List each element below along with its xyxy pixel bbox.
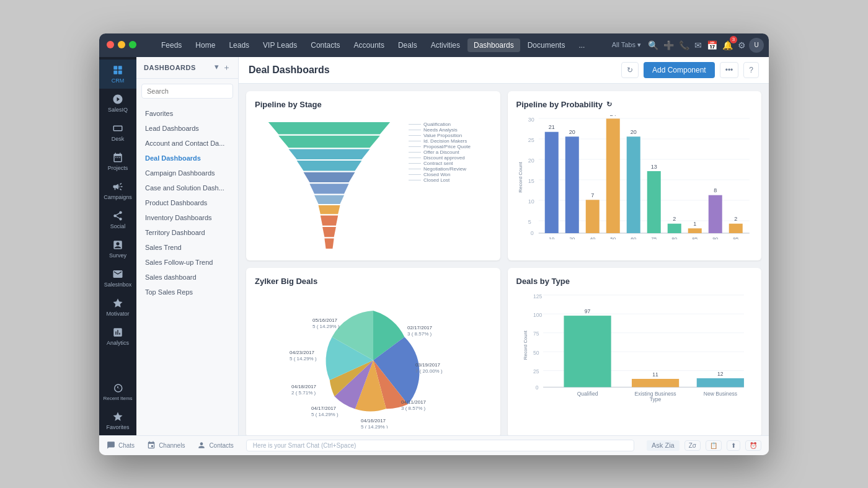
menu-territory[interactable]: Territory Dashboard — [136, 225, 238, 240]
svg-marker-4 — [268, 122, 390, 134]
menu-inventory[interactable]: Inventory Dashboards — [136, 210, 238, 225]
bottom-icon-1[interactable]: Zσ — [684, 440, 701, 451]
menu-case-solution[interactable]: Case and Solution Dash... — [136, 180, 238, 195]
bottom-icon-2[interactable]: 📋 — [706, 440, 722, 451]
svg-text:Qualified: Qualified — [577, 390, 598, 396]
nav-accounts[interactable]: Accounts — [348, 38, 391, 52]
menu-campaign[interactable]: Campaign Dashboards — [136, 166, 238, 180]
maximize-button[interactable] — [129, 41, 136, 48]
sidebar-item-social[interactable]: Social — [99, 205, 136, 234]
menu-follow-up[interactable]: Sales Follow-up Trend — [136, 255, 238, 270]
top-nav: Feeds Home Leads VIP Leads Contacts Acco… — [99, 33, 769, 57]
nav-feeds[interactable]: Feeds — [155, 38, 188, 52]
content-header: Deal Dashboards ↻ Add Component ••• ? — [239, 57, 769, 84]
svg-text:85: 85 — [692, 236, 698, 239]
nav-deals[interactable]: Deals — [392, 38, 423, 52]
sidebar-item-favorites[interactable]: Favorites — [99, 406, 136, 435]
add-dashboard-icon[interactable]: ＋ — [223, 62, 231, 73]
more-options-button[interactable]: ••• — [720, 62, 739, 78]
svg-text:Record Count: Record Count — [517, 161, 523, 192]
page-title: Deal Dashboards — [249, 64, 330, 76]
sidebar-item-motivator[interactable]: Motivator — [99, 293, 136, 322]
sidebar-item-desk[interactable]: Desk — [99, 118, 136, 147]
sidebar-item-recent[interactable]: Recent Items — [99, 378, 136, 406]
add-icon[interactable]: ➕ — [662, 38, 676, 52]
nav-activities[interactable]: Activities — [425, 38, 466, 52]
nav-home[interactable]: Home — [189, 38, 221, 52]
refresh-button[interactable]: ↻ — [621, 62, 639, 78]
svg-text:2 ( 5.71% ): 2 ( 5.71% ) — [291, 390, 316, 396]
deals-type-chart: 125 100 75 50 25 0 — [516, 292, 753, 416]
sidebar-item-survey[interactable]: Survey — [99, 234, 136, 264]
menu-sales-trend[interactable]: Sales Trend — [136, 240, 238, 255]
nav-alltabs[interactable]: All Tabs ▾ — [608, 40, 645, 50]
nav-more[interactable]: ... — [572, 38, 591, 52]
svg-marker-6 — [289, 149, 370, 159]
svg-text:75: 75 — [533, 331, 539, 337]
contacts-tab[interactable]: Contacts — [197, 441, 233, 450]
deals-by-type-title: Deals by Type — [516, 277, 753, 286]
minimize-button[interactable] — [118, 41, 125, 48]
search-icon[interactable]: 🔍 — [646, 38, 660, 52]
traffic-lights — [107, 41, 136, 48]
help-button[interactable]: ? — [743, 62, 759, 78]
pie-chart: 02/17/2017 3 ( 8.57% ) 03/19/2017 7 ( 20… — [280, 292, 466, 428]
zylker-big-deals-card: Zylker Big Deals — [246, 268, 500, 435]
sidebar-item-crm[interactable]: CRM — [99, 60, 136, 89]
menu-sales-dashboard[interactable]: Sales dashboard — [136, 270, 238, 285]
icon-sidebar: CRM SalesIQ Desk Projects Campaigns Soci… — [99, 57, 136, 435]
menu-product[interactable]: Product Dashboards — [136, 195, 238, 210]
nav-dashboards[interactable]: Dashboards — [467, 38, 520, 52]
nav-leads[interactable]: Leads — [223, 38, 255, 52]
svg-text:04/17/2017: 04/17/2017 — [311, 406, 337, 411]
svg-rect-89 — [564, 316, 611, 387]
svg-rect-41 — [667, 223, 681, 233]
notification-badge: 3 — [730, 36, 737, 43]
calendar-icon[interactable]: 📅 — [705, 38, 719, 52]
mail-icon[interactable]: ✉ — [693, 38, 704, 52]
sidebar-item-salesiq[interactable]: SalesIQ — [99, 89, 136, 118]
dashboard-grid: Pipeline by Stage — [239, 84, 769, 435]
dropdown-icon[interactable]: ▾ — [215, 62, 219, 73]
avatar[interactable]: U — [749, 38, 764, 53]
panel-header: DASHBOARDS ▾ ＋ — [136, 57, 238, 79]
sidebar-item-projects[interactable]: Projects — [99, 147, 136, 176]
add-component-button[interactable]: Add Component — [644, 62, 715, 78]
svg-text:2: 2 — [734, 216, 737, 222]
svg-rect-0 — [113, 66, 117, 69]
svg-marker-10 — [314, 195, 344, 203]
menu-lead-dashboards[interactable]: Lead Dashboards — [136, 121, 238, 136]
dashboard-search[interactable] — [141, 84, 233, 99]
svg-text:50: 50 — [610, 236, 616, 239]
bottom-icon-4[interactable]: ⏰ — [745, 440, 761, 451]
sidebar-label-campaigns: Campaigns — [104, 194, 132, 200]
settings-icon[interactable]: ⚙ — [736, 38, 748, 52]
sidebar-item-analytics[interactable]: Analytics — [99, 322, 136, 351]
nav-documents[interactable]: Documents — [521, 38, 572, 52]
svg-text:95: 95 — [733, 236, 738, 239]
refresh-icon[interactable]: ↻ — [606, 100, 612, 109]
ask-zia-button[interactable]: Ask Zia — [647, 440, 680, 451]
smart-chat-placeholder[interactable]: Here is your Smart Chat (Ctrl+Space) — [246, 440, 634, 451]
sidebar-item-campaigns[interactable]: Campaigns — [99, 176, 136, 205]
bottom-icon-3[interactable]: ⬆ — [727, 440, 740, 451]
nav-contacts[interactable]: Contacts — [304, 38, 346, 52]
menu-account-contact[interactable]: Account and Contact Da... — [136, 136, 238, 151]
nav-vip-leads[interactable]: VIP Leads — [257, 38, 303, 52]
svg-rect-45 — [708, 195, 722, 233]
channels-tab[interactable]: Channels — [147, 441, 185, 450]
svg-text:10: 10 — [549, 236, 554, 239]
svg-text:5: 5 — [528, 219, 531, 225]
svg-marker-13 — [322, 227, 336, 237]
menu-deal-dashboards[interactable]: Deal Dashboards — [136, 151, 238, 166]
close-button[interactable] — [107, 41, 114, 48]
svg-rect-35 — [606, 118, 619, 233]
sidebar-item-salesinbox[interactable]: SalesInbox — [99, 264, 136, 293]
chats-tab[interactable]: Chats — [107, 441, 135, 450]
menu-favorites[interactable]: Favorites — [136, 106, 238, 121]
menu-top-sales[interactable]: Top Sales Reps — [136, 285, 238, 299]
svg-rect-43 — [688, 228, 701, 233]
phone-icon[interactable]: 📞 — [677, 38, 691, 52]
left-panel: DASHBOARDS ▾ ＋ Favorites Lead Dashboards… — [136, 57, 239, 435]
svg-text:05/16/2017: 05/16/2017 — [312, 317, 338, 323]
